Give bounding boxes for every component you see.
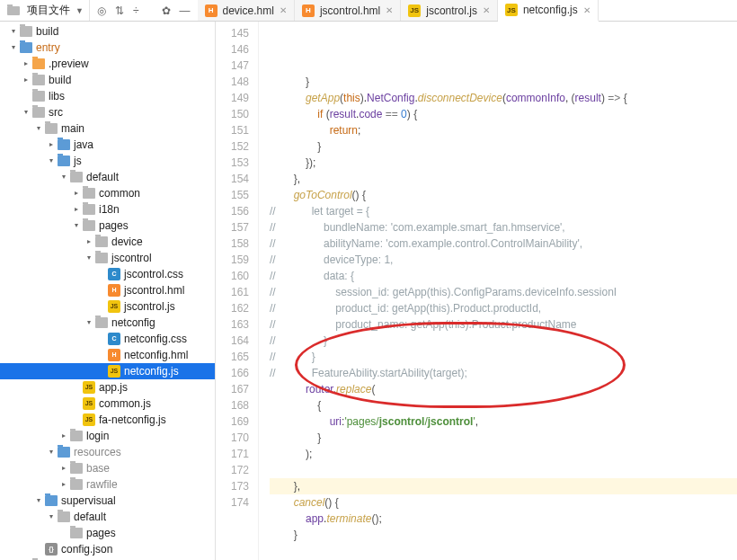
- tree-node-pages[interactable]: pages: [0, 525, 215, 541]
- expand-arrow-icon[interactable]: ▸: [22, 56, 31, 72]
- tree-node-login[interactable]: ▸login: [0, 428, 215, 444]
- tree-node-base[interactable]: ▸base: [0, 460, 215, 476]
- close-icon[interactable]: ✕: [583, 5, 590, 15]
- expand-arrow-icon[interactable]: ▾: [72, 218, 81, 234]
- tree-node-netconfig-css[interactable]: Cnetconfig.css: [0, 331, 215, 347]
- expand-arrow-icon[interactable]: ▾: [34, 120, 43, 137]
- tree-node-libs[interactable]: libs: [0, 88, 215, 104]
- code-editor[interactable]: 1451461471481491501511521531541551561571…: [216, 22, 737, 560]
- code-line[interactable]: // data: {: [270, 268, 737, 284]
- sort-icon[interactable]: ⇅: [115, 4, 124, 17]
- tree-node--preview[interactable]: ▸.preview: [0, 56, 215, 72]
- code-line[interactable]: // }: [270, 349, 737, 365]
- tab-jscontrol-js[interactable]: JSjscontrol.js✕: [401, 0, 498, 21]
- tree-node-resources[interactable]: ▾resources: [0, 444, 215, 460]
- expand-arrow-icon[interactable]: ▸: [72, 185, 81, 201]
- expand-arrow-icon[interactable]: ▾: [47, 153, 56, 169]
- code-line[interactable]: getApp(this).NetConfig.disconnectDevice(…: [270, 90, 737, 106]
- expand-arrow-icon[interactable]: ▾: [47, 444, 56, 460]
- tree-node-build[interactable]: ▾build: [0, 23, 215, 40]
- code-line[interactable]: // let target = {: [270, 203, 737, 219]
- tree-node-jscontrol-css[interactable]: Cjscontrol.css: [0, 266, 215, 282]
- divide-icon[interactable]: ÷: [133, 4, 139, 17]
- expand-arrow-icon[interactable]: ▸: [59, 476, 68, 493]
- code-line[interactable]: // session_id: getApp(this).ConfigParams…: [270, 284, 737, 300]
- close-icon[interactable]: ✕: [386, 5, 393, 15]
- code-line[interactable]: }: [270, 138, 737, 155]
- tree-node-pages[interactable]: ▾pages: [0, 218, 215, 234]
- expand-arrow-icon[interactable]: ▾: [9, 40, 18, 56]
- code-line[interactable]: return;: [270, 122, 737, 138]
- tree-node-common[interactable]: ▸common: [0, 185, 215, 201]
- expand-arrow-icon[interactable]: ▸: [22, 72, 31, 88]
- project-selector[interactable]: 项目文件 ▼: [0, 0, 90, 21]
- tree-node-java[interactable]: ▸java: [0, 137, 215, 153]
- tree-node-fa-netconfig-js[interactable]: JSfa-netconfig.js: [0, 412, 215, 428]
- close-icon[interactable]: ✕: [483, 5, 490, 15]
- tab-netconfig-js[interactable]: JSnetconfig.js✕: [498, 0, 599, 22]
- tree-node-device[interactable]: ▸device: [0, 234, 215, 250]
- code-line[interactable]: });: [270, 155, 737, 171]
- code-line[interactable]: goToControl() {: [270, 187, 737, 203]
- gear-icon[interactable]: ✿: [162, 4, 171, 17]
- expand-arrow-icon[interactable]: ▾: [59, 169, 68, 185]
- code-line[interactable]: [270, 543, 737, 559]
- code-line[interactable]: // deviceType: 1,: [270, 252, 737, 268]
- tree-node-main[interactable]: ▾main: [0, 120, 215, 137]
- tree-node-netconfig[interactable]: ▾netconfig: [0, 315, 215, 331]
- expand-arrow-icon[interactable]: ▾: [22, 104, 31, 120]
- tree-node-common-js[interactable]: JScommon.js: [0, 396, 215, 412]
- expand-arrow-icon[interactable]: ▾: [9, 23, 18, 40]
- tree-node-config-json[interactable]: {}config.json: [0, 541, 215, 557]
- code-line[interactable]: // abilityName: 'com.example.control.Con…: [270, 236, 737, 252]
- code-area[interactable]: } getApp(this).NetConfig.disconnectDevic…: [259, 22, 737, 560]
- code-line[interactable]: // }: [270, 333, 737, 349]
- code-line[interactable]: // product_id: getApp(this).Product.prod…: [270, 300, 737, 316]
- tree-node-build[interactable]: ▸build: [0, 72, 215, 88]
- expand-arrow-icon[interactable]: ▸: [59, 460, 68, 476]
- expand-arrow-icon[interactable]: ▸: [59, 428, 68, 444]
- tree-node-jscontrol-hml[interactable]: Hjscontrol.hml: [0, 282, 215, 298]
- code-line[interactable]: router.replace(: [270, 381, 737, 397]
- tree-node-entry[interactable]: ▾entry: [0, 40, 215, 56]
- tree-node-default[interactable]: ▾default: [0, 509, 215, 525]
- code-line[interactable]: },: [270, 478, 737, 494]
- tree-node-app-js[interactable]: JSapp.js: [0, 379, 215, 396]
- expand-arrow-icon[interactable]: ▾: [84, 315, 93, 331]
- code-line[interactable]: uri:'pages/jscontrol/jscontrol',: [270, 413, 737, 430]
- target-icon[interactable]: ◎: [97, 4, 106, 17]
- expand-arrow-icon[interactable]: ▾: [47, 509, 56, 525]
- expand-arrow-icon[interactable]: ▸: [84, 234, 93, 250]
- code-line[interactable]: cancel() {: [270, 494, 737, 511]
- tree-node-rawfile[interactable]: ▸rawfile: [0, 476, 215, 493]
- code-line[interactable]: if (result.code == 0) {: [270, 106, 737, 122]
- tree-node-js[interactable]: ▾js: [0, 153, 215, 169]
- code-line[interactable]: // bundleName: 'com.example.smart_fan.hm…: [270, 219, 737, 236]
- project-tree[interactable]: ▾build▾entry▸.preview▸build libs▾src▾mai…: [0, 22, 216, 560]
- tab-jscontrol-hml[interactable]: Hjscontrol.hml✕: [295, 0, 401, 21]
- expand-arrow-icon[interactable]: ▸: [72, 201, 81, 218]
- code-line[interactable]: );: [270, 446, 737, 462]
- tree-node-src[interactable]: ▾src: [0, 104, 215, 120]
- tree-node-jscontrol[interactable]: ▾jscontrol: [0, 250, 215, 266]
- expand-arrow-icon[interactable]: ▾: [84, 250, 93, 266]
- close-icon[interactable]: ✕: [280, 5, 287, 15]
- code-line[interactable]: }: [270, 527, 737, 543]
- expand-arrow-icon[interactable]: ▾: [34, 493, 43, 509]
- tree-node-jscontrol-js[interactable]: JSjscontrol.js: [0, 298, 215, 315]
- code-line[interactable]: // product_name: getApp(this).Product.pr…: [270, 316, 737, 333]
- tree-node-i18n[interactable]: ▸i18n: [0, 201, 215, 218]
- tab-device-hml[interactable]: Hdevice.hml✕: [198, 0, 295, 21]
- code-line[interactable]: }: [270, 74, 737, 90]
- code-line[interactable]: {: [270, 397, 737, 413]
- collapse-icon[interactable]: —: [180, 4, 191, 17]
- code-line[interactable]: },: [270, 171, 737, 187]
- code-line[interactable]: [270, 462, 737, 478]
- tree-node-default[interactable]: ▾default: [0, 169, 215, 185]
- tree-node-netconfig-js[interactable]: JSnetconfig.js: [0, 363, 215, 379]
- code-line[interactable]: app.terminate();: [270, 511, 737, 527]
- tree-node-netconfig-hml[interactable]: Hnetconfig.hml: [0, 347, 215, 363]
- tree-node-supervisual[interactable]: ▾supervisual: [0, 493, 215, 509]
- code-line[interactable]: }: [270, 430, 737, 446]
- expand-arrow-icon[interactable]: ▸: [47, 137, 56, 153]
